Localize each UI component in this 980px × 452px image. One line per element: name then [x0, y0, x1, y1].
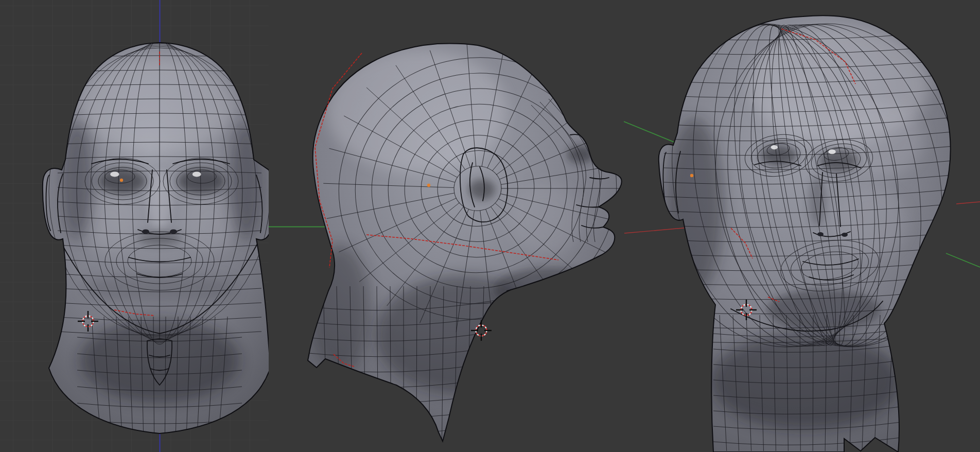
viewport-side[interactable]: [269, 0, 634, 452]
viewport-front[interactable]: [0, 0, 274, 452]
eye-highlight: [192, 172, 201, 177]
viewport-three-quarter[interactable]: [624, 0, 980, 452]
scene-svg: [0, 0, 980, 452]
eye-highlight: [828, 149, 835, 154]
3d-viewport-canvas[interactable]: [0, 0, 980, 452]
object-origin-dot: [427, 184, 430, 187]
eye-highlight: [110, 172, 119, 177]
object-origin-dot: [690, 174, 693, 177]
object-origin-dot: [120, 179, 123, 182]
eye-highlight: [771, 145, 778, 149]
